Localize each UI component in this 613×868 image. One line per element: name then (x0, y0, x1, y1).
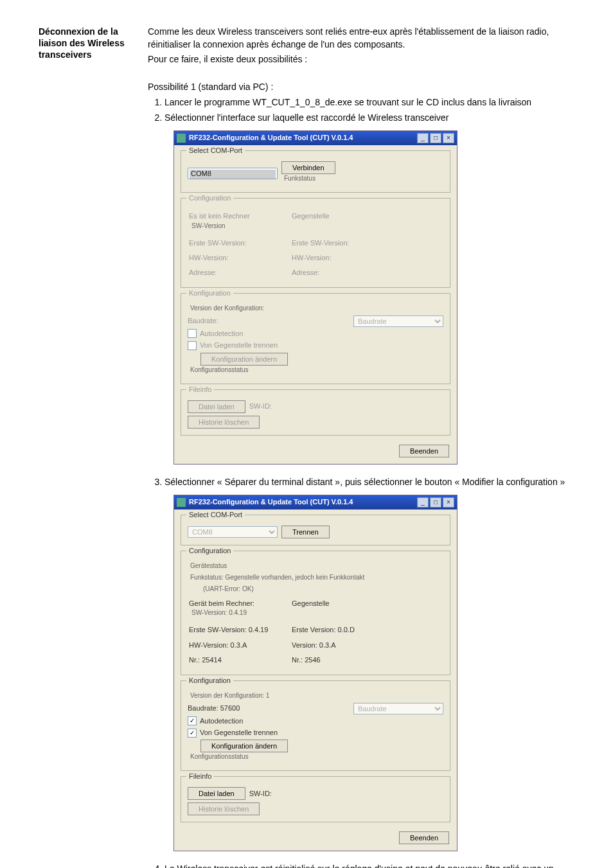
fileinfo-legend: Fileinfo (186, 385, 214, 394)
window-title: RF232-Configuration & Update Tool (CUT) … (189, 497, 416, 507)
fileinfo-group: Fileinfo Datei laden SW-ID: Historie lös… (181, 389, 450, 436)
disconnect-remote-checkbox[interactable]: ✓Von Gegenstelle trennen (188, 728, 443, 738)
fileinfo-group: Fileinfo Datei laden SW-ID: Historie lös… (181, 776, 450, 822)
connect-button[interactable]: Verbinden (281, 161, 335, 174)
sw-version-label: Erste SW-Version: (189, 238, 292, 248)
sw-version-remote: Erste SW-Version: (292, 238, 350, 248)
remote-heading: Gegenstelle (292, 599, 330, 620)
titlebar: RF232-Configuration & Update Tool (CUT) … (174, 131, 457, 145)
com-port-legend: Select COM-Port (186, 510, 245, 520)
config-group: Configuration Es ist kein Rechner SW-Ver… (181, 198, 450, 288)
close-dialog-button[interactable]: Beenden (399, 445, 449, 457)
konf-version-label: Version der Konfiguration: 1 (190, 691, 443, 700)
clear-history-button: Historie löschen (188, 802, 260, 815)
konf-version-label: Version der Konfiguration: (190, 304, 443, 313)
minimize-button[interactable]: _ (417, 133, 429, 143)
app-icon (177, 498, 186, 507)
this-device-label: Gerät beim Rechner: (189, 599, 292, 608)
konf-status-label: Konfigurationsstatus (190, 752, 443, 761)
maximize-button[interactable]: □ (430, 497, 441, 508)
konfiguration-group: Konfiguration Version der Konfiguration:… (181, 293, 450, 384)
com-port-select: COM8 (188, 526, 278, 538)
address-label: Nr.: 25414 (189, 655, 292, 665)
konfiguration-legend: Konfiguration (186, 288, 233, 298)
close-button[interactable]: × (443, 133, 454, 143)
geratestatus-label: Gerätestatus (190, 562, 443, 571)
config-legend: Configuration (186, 546, 233, 556)
konfiguration-legend: Konfiguration (186, 676, 233, 686)
app-icon (177, 134, 186, 143)
titlebar: RF232-Configuration & Update Tool (CUT) … (174, 495, 457, 509)
steps-list-cont2: Le Wireless transceiver est réinitialisé… (148, 863, 574, 868)
maximize-button[interactable]: □ (430, 133, 441, 143)
com-port-group: Select COM-Port COM1 COM4 COM7 COM11 COM… (181, 150, 450, 193)
step-2: Sélectionner l'interface sur laquelle es… (164, 112, 574, 125)
swid-label: SW-ID: (249, 402, 272, 411)
uart-status: (UART-Error: OK) (190, 585, 443, 594)
hw-version-label: HW-Version: 0.3.A (189, 641, 292, 650)
dialog-1: RF232-Configuration & Update Tool (CUT) … (173, 130, 458, 464)
possibility-heading: Possibilité 1 (standard via PC) : (148, 81, 574, 94)
baudrate-select: Baudrate (353, 315, 443, 327)
swid-label: SW-ID: (249, 789, 272, 799)
disconnect-button[interactable]: Trennen (281, 526, 330, 538)
load-file-button: Datei laden (188, 400, 245, 413)
hw-version-remote: HW-Version: (292, 253, 332, 263)
steps-list-cont: Sélectionner « Séparer du terminal dista… (148, 476, 574, 489)
com-port-select[interactable]: COM1 COM4 COM7 COM11 COM8 (188, 168, 278, 179)
intro-p2: Pour ce faire, il existe deux possibilit… (148, 53, 574, 66)
address-remote: Adresse: (292, 268, 319, 278)
step-4: Le Wireless transceiver est réinitialisé… (164, 863, 574, 868)
config-legend: Configuration (186, 193, 233, 203)
config-group: Configuration Gerätestatus Funkstatus: G… (181, 551, 450, 675)
autodetect-checkbox[interactable]: ✓Autodetection (188, 716, 443, 726)
com-port-group: Select COM-Port COM8 Trennen (181, 515, 450, 545)
address-remote: Nr.: 2546 (292, 655, 321, 665)
dialog-2: RF232-Configuration & Update Tool (CUT) … (173, 495, 458, 851)
minimize-button[interactable]: _ (417, 497, 429, 508)
change-config-button: Konfiguration ändern (200, 353, 288, 366)
baudrate-label: Baudrate: (188, 316, 218, 326)
change-config-button[interactable]: Konfiguration ändern (200, 740, 288, 752)
hw-version-label: HW-Version: (189, 253, 292, 263)
sw-version-label: Erste SW-Version: 0.4.19 (189, 625, 292, 635)
section-heading: Déconnexion de la liaison des Wireless t… (39, 26, 135, 868)
sw-version-remote: Erste Version: 0.0.D (292, 625, 355, 635)
funkstatus-label: Funkstatus (284, 174, 335, 183)
baudrate-select: Baudrate (353, 703, 443, 714)
baudrate-label: Baudrate: 57600 (188, 704, 240, 713)
step-3: Sélectionner « Séparer du terminal dista… (164, 476, 574, 489)
com-port-legend: Select COM-Port (186, 146, 245, 155)
window-title: RF232-Configuration & Update Tool (CUT) … (189, 133, 416, 143)
this-device-sw-label: SW-Version (191, 222, 292, 231)
address-label: Adresse: (189, 268, 292, 278)
remote-heading: Gegenstelle (292, 211, 330, 233)
body-content: Comme les deux Wireless transceivers son… (148, 26, 574, 868)
intro-p1: Comme les deux Wireless transceivers son… (148, 26, 574, 51)
close-dialog-button[interactable]: Beenden (399, 831, 449, 844)
step-1: Lancer le programme WT_CUT_1_0_8_de.exe … (164, 96, 574, 109)
disconnect-remote-checkbox: Von Gegenstelle trennen (188, 341, 443, 350)
konfiguration-group: Konfiguration Version der Konfiguration:… (181, 680, 450, 772)
fileinfo-legend: Fileinfo (186, 772, 214, 781)
clear-history-button: Historie löschen (188, 416, 260, 429)
steps-list: Lancer le programme WT_CUT_1_0_8_de.exe … (148, 96, 574, 124)
close-button[interactable]: × (443, 497, 454, 508)
load-file-button[interactable]: Datei laden (188, 787, 245, 800)
konf-status-label: Konfigurationsstatus (190, 366, 443, 375)
funkstatus-text: Funkstatus: Gegenstelle vorhanden, jedoc… (190, 573, 443, 582)
autodetect-checkbox: Autodetection (188, 329, 443, 339)
hw-version-remote: Version: 0.3.A (292, 641, 336, 650)
this-device-label: Es ist kein Rechner (189, 211, 292, 221)
this-device-sw: SW-Version: 0.4.19 (191, 608, 292, 617)
